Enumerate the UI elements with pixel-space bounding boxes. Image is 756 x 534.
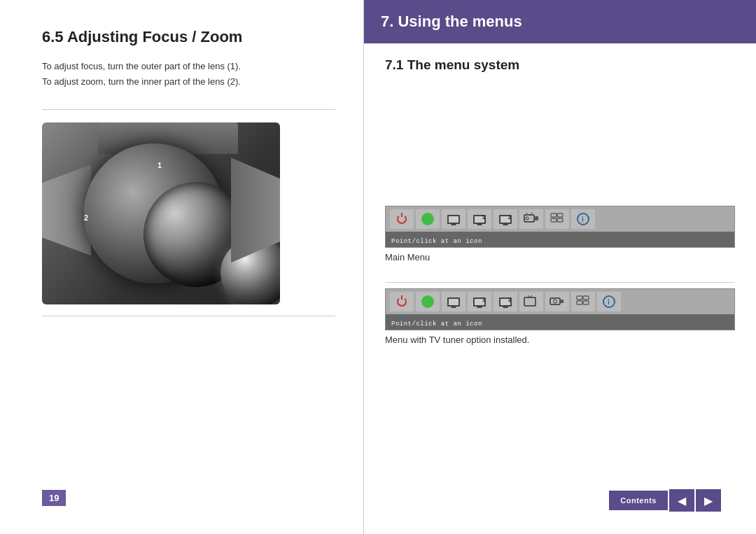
svg-text:i: i — [582, 216, 584, 223]
svg-rect-2 — [535, 216, 538, 220]
svg-text:2: 2 — [531, 212, 533, 215]
right-content: 7.1 The menu system — [364, 43, 756, 534]
right-panel: 7. Using the menus 7.1 The menu system — [364, 0, 756, 534]
tv-tuner-icon[interactable] — [519, 292, 543, 311]
monitor3-icon[interactable]: 2 — [493, 209, 517, 229]
power-icon[interactable] — [390, 209, 414, 229]
svg-rect-18 — [583, 296, 589, 300]
tv-monitor3-icon[interactable]: 2 — [493, 292, 517, 311]
tv-monitor-wrap — [447, 297, 460, 307]
monitor2-wrap: 1 — [473, 215, 486, 224]
lens-label-2: 2 — [84, 213, 88, 222]
body-line1: To adjust focus, turn the outer part of … — [42, 61, 241, 71]
green-dot — [421, 213, 434, 225]
left-panel: 6.5 Adjusting Focus / Zoom To adjust foc… — [0, 0, 364, 534]
lens-illustration: 1 2 — [42, 122, 280, 304]
svg-rect-6 — [557, 213, 563, 217]
page-number: 19 — [42, 490, 66, 506]
subsection-title: 7.1 The menu system — [385, 57, 735, 73]
settings-icon[interactable] — [545, 209, 569, 229]
section-title: 6.5 Adjusting Focus / Zoom — [42, 28, 335, 46]
main-menu-caption: Main Menu — [385, 252, 735, 262]
main-menu-label-strip: Point/click at an icon — [386, 232, 734, 247]
power-symbol-shape — [397, 214, 407, 224]
tv-menu-caption: Menu with TV tuner option installed. — [385, 335, 735, 345]
tv-power-symbol — [397, 297, 407, 307]
svg-text:i: i — [608, 298, 610, 306]
tv-menu-label: Point/click at an icon — [391, 321, 482, 328]
svg-rect-16 — [561, 300, 564, 303]
monitor3-wrap: 2 — [499, 215, 512, 224]
svg-rect-17 — [577, 296, 582, 300]
tv-menu-wrapper: 1 2 — [385, 288, 735, 330]
svg-point-15 — [554, 300, 557, 303]
tv-info-icon[interactable]: i — [597, 292, 621, 311]
monitor2-badge: 1 — [482, 215, 485, 220]
main-menu-block: 1 2 — [385, 206, 735, 267]
monitor3-badge: 2 — [508, 215, 511, 220]
lens-label-1: 1 — [158, 161, 162, 169]
contents-button[interactable]: Contents — [609, 491, 668, 510]
tv-monitor2-icon[interactable]: 1 — [468, 292, 491, 311]
tv-projector-icon[interactable] — [545, 292, 569, 311]
monitor1-wrap — [447, 215, 460, 224]
svg-rect-5 — [551, 213, 556, 217]
page-number-box: 19 — [42, 476, 335, 506]
prev-button[interactable]: ◀ — [669, 489, 694, 512]
tv-green-circle-icon[interactable] — [416, 292, 440, 311]
settings-shape — [550, 213, 564, 225]
monitor1-icon[interactable] — [442, 209, 465, 229]
menu-preview-area: 1 2 — [385, 84, 735, 481]
top-divider — [42, 109, 335, 110]
monitor2-icon[interactable]: 1 — [468, 209, 491, 229]
tv-shape — [524, 295, 539, 309]
tv-monitor3-badge: 2 — [508, 297, 511, 302]
bottom-divider — [42, 316, 335, 316]
tv-green-dot — [421, 295, 434, 308]
svg-rect-19 — [577, 301, 582, 304]
tv-menu-block: 1 2 — [385, 288, 735, 349]
svg-rect-11 — [524, 297, 536, 306]
tv-projector-shape — [550, 295, 565, 309]
tv-monitor2-wrap: 1 — [473, 297, 486, 307]
tv-menu-label-strip: Point/click at an icon — [386, 314, 734, 330]
svg-rect-14 — [550, 298, 560, 304]
svg-point-1 — [526, 217, 528, 220]
info-shape: i — [576, 212, 590, 226]
lens-outer-ring — [84, 143, 224, 283]
svg-text:1: 1 — [526, 212, 528, 215]
tv-power-icon[interactable] — [390, 292, 414, 311]
chapter-header: 7. Using the menus — [364, 0, 756, 43]
monitor1-shape — [447, 215, 460, 224]
main-menu-wrapper: 1 2 — [385, 206, 735, 248]
svg-rect-20 — [583, 301, 589, 304]
bottom-nav: Contents ◀ ▶ — [385, 481, 735, 520]
body-line2: To adjust zoom, turn the inner part of t… — [42, 76, 241, 87]
tv-menu-icons-row: 1 2 — [386, 289, 734, 314]
green-circle-icon[interactable] — [416, 209, 440, 229]
tv-monitor2-badge: 1 — [482, 297, 485, 302]
info-icon[interactable]: i — [571, 209, 595, 229]
svg-rect-7 — [551, 218, 556, 222]
section-body: To adjust focus, turn the outer part of … — [42, 59, 335, 90]
menu-divider — [385, 282, 735, 283]
tv-monitor3-wrap: 2 — [499, 297, 512, 307]
main-menu-label: Point/click at an icon — [391, 238, 482, 245]
page-container: 6.5 Adjusting Focus / Zoom To adjust foc… — [0, 0, 756, 534]
svg-rect-8 — [557, 218, 563, 222]
projector-shape: 1 2 — [524, 212, 539, 226]
tv-settings-shape — [576, 295, 590, 308]
projector-icon[interactable]: 1 2 — [519, 209, 543, 229]
tv-settings-icon[interactable] — [571, 292, 595, 311]
tv-monitor-shape — [447, 297, 460, 307]
next-button[interactable]: ▶ — [696, 489, 721, 512]
tv-monitor-icon[interactable] — [442, 292, 465, 311]
tv-info-shape: i — [602, 295, 616, 309]
main-menu-icons-row: 1 2 — [386, 206, 734, 232]
